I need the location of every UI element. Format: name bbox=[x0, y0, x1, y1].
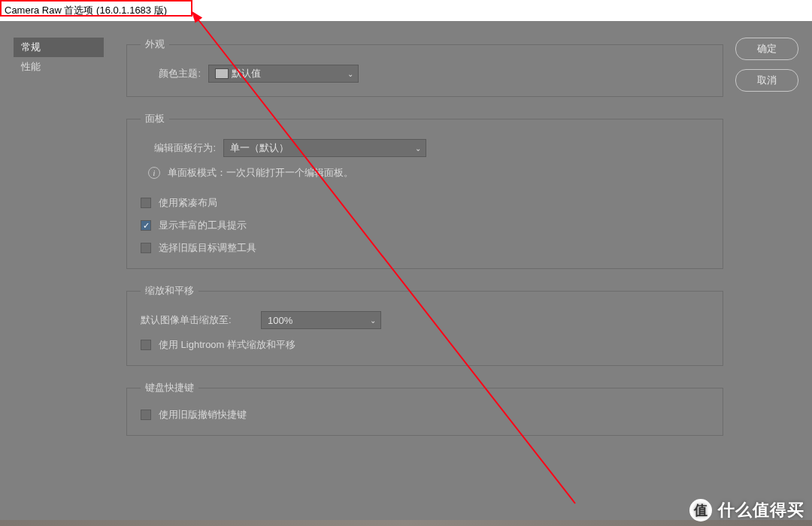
window-title: Camera Raw 首选项 (16.0.1.1683 版) bbox=[0, 4, 167, 17]
row-rich-tooltips: 显示丰富的工具提示 bbox=[141, 219, 709, 232]
window-body: 常规 性能 确定 取消 外观 bbox=[0, 21, 812, 526]
row-edit-behavior: 编辑面板行为: 单一（默认） ⌄ bbox=[141, 139, 709, 157]
sidebar-item-label: 性能 bbox=[21, 61, 41, 72]
section-legend: 键盘快捷键 bbox=[141, 381, 198, 394]
row-single-mode-note: i 单面板模式：一次只能打开一个编辑面板。 bbox=[148, 166, 709, 180]
label-color-theme: 颜色主题: bbox=[141, 67, 201, 80]
section-zoom: 缩放和平移 默认图像单击缩放至: 100% ⌄ 使用 Lightroom 样式缩… bbox=[126, 284, 723, 366]
content-card: 常规 性能 确定 取消 外观 bbox=[14, 38, 798, 512]
row-legacy-undo: 使用旧版撤销快捷键 bbox=[141, 408, 709, 422]
section-keyboard: 键盘快捷键 使用旧版撤销快捷键 bbox=[126, 381, 723, 436]
checkbox-label: 使用紧凑布局 bbox=[159, 196, 217, 210]
watermark-text: 什么值得买 bbox=[718, 499, 804, 521]
section-legend: 外观 bbox=[141, 38, 169, 51]
sidebar: 常规 性能 bbox=[14, 38, 104, 77]
checkbox-lightroom-zoom[interactable] bbox=[141, 340, 151, 350]
checkbox-label: 使用 Lightroom 样式缩放和平移 bbox=[159, 338, 295, 352]
row-legacy-target: 选择旧版目标调整工具 bbox=[141, 241, 709, 255]
sidebar-item-general[interactable]: 常规 bbox=[14, 38, 104, 57]
single-mode-note: 单面板模式：一次只能打开一个编辑面板。 bbox=[168, 166, 353, 180]
dialog-buttons: 确定 取消 bbox=[735, 38, 798, 92]
section-legend: 面板 bbox=[141, 112, 169, 125]
checkbox-legacy-target[interactable] bbox=[141, 243, 151, 253]
label-edit-behavior: 编辑面板行为: bbox=[141, 141, 216, 155]
checkbox-compact-layout[interactable] bbox=[141, 198, 151, 208]
checkbox-label: 使用旧版撤销快捷键 bbox=[159, 408, 247, 422]
preferences-window: Camera Raw 首选项 (16.0.1.1683 版) 常规 性能 确定 … bbox=[0, 0, 812, 526]
cancel-button[interactable]: 取消 bbox=[735, 69, 798, 92]
section-panel: 面板 编辑面板行为: 单一（默认） ⌄ i 单面板模式：一次只能打开一个编辑面板… bbox=[126, 112, 723, 269]
select-default-zoom[interactable]: 100% ⌄ bbox=[261, 311, 381, 329]
chevron-down-icon: ⌄ bbox=[370, 316, 376, 325]
row-compact-layout: 使用紧凑布局 bbox=[141, 196, 709, 210]
info-icon: i bbox=[148, 167, 160, 179]
watermark: 值 什么值得买 bbox=[689, 499, 804, 521]
select-value: 默认值 bbox=[232, 67, 261, 80]
checkbox-label: 选择旧版目标调整工具 bbox=[159, 241, 256, 255]
watermark-badge: 值 bbox=[689, 499, 712, 521]
select-value: 100% bbox=[268, 315, 292, 326]
select-color-theme[interactable]: 默认值 ⌄ bbox=[208, 65, 359, 83]
main-panel: 外观 颜色主题: 默认值 ⌄ 面板 编辑面板行为: bbox=[126, 38, 723, 512]
row-lightroom-zoom: 使用 Lightroom 样式缩放和平移 bbox=[141, 338, 709, 352]
theme-swatch-icon bbox=[215, 68, 229, 79]
row-color-theme: 颜色主题: 默认值 ⌄ bbox=[141, 65, 709, 83]
select-edit-behavior[interactable]: 单一（默认） ⌄ bbox=[223, 139, 426, 157]
section-appearance: 外观 颜色主题: 默认值 ⌄ bbox=[126, 38, 723, 97]
sidebar-item-label: 常规 bbox=[21, 41, 41, 53]
window-titlebar: Camera Raw 首选项 (16.0.1.1683 版) bbox=[0, 0, 812, 21]
ok-button[interactable]: 确定 bbox=[735, 38, 798, 60]
chevron-down-icon: ⌄ bbox=[415, 144, 421, 153]
checkbox-rich-tooltips[interactable] bbox=[141, 220, 151, 231]
section-legend: 缩放和平移 bbox=[141, 284, 198, 298]
row-default-zoom: 默认图像单击缩放至: 100% ⌄ bbox=[141, 311, 709, 329]
sidebar-item-performance[interactable]: 性能 bbox=[14, 57, 104, 77]
select-value: 单一（默认） bbox=[230, 141, 289, 155]
checkbox-label: 显示丰富的工具提示 bbox=[159, 219, 247, 232]
chevron-down-icon: ⌄ bbox=[347, 70, 353, 78]
checkbox-legacy-undo[interactable] bbox=[141, 410, 151, 420]
label-default-zoom: 默认图像单击缩放至: bbox=[141, 313, 253, 327]
